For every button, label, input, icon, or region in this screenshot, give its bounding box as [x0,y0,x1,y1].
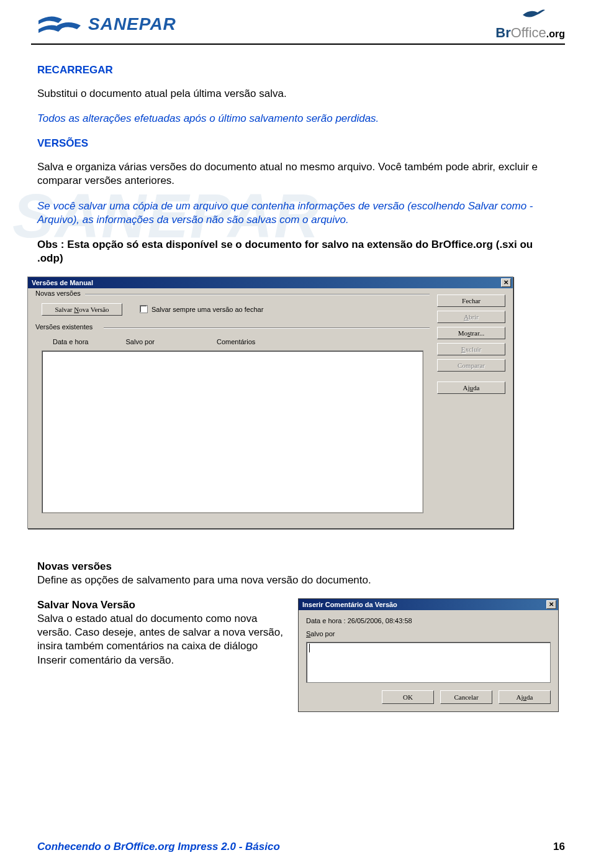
sanepar-text: SANEPAR [88,14,176,34]
dialog-titlebar[interactable]: Inserir Comentário da Versão ✕ [299,599,558,610]
cancel-button[interactable]: Cancelar [440,690,492,704]
checkbox-label: Salvar sempre uma versão ao fechar [151,306,263,313]
dialog-titlebar[interactable]: Versões de Manual ✕ [28,277,513,288]
para-obs: Obs : Esta opção só esta disponível se o… [37,238,559,265]
para-italic: Todos as alterações efetuadas após o últ… [37,112,559,126]
sanepar-mark-icon [37,11,82,38]
para: Salva o estado atual do documento como n… [37,612,283,667]
help-button[interactable]: Ajuda [437,381,505,394]
ok-button[interactable]: OK [382,690,434,704]
page-footer: Conhecendo o BrOffice.org Impress 2.0 - … [37,841,565,853]
versions-dialog: Versões de Manual ✕ Novas versões Salvar… [27,276,513,529]
savedby-label: Salvo por [306,629,551,638]
dialog-title: Inserir Comentário da Versão [302,600,397,609]
bird-icon [495,7,546,25]
close-button[interactable]: Fechar [437,295,505,307]
broffice-logo: BrOffice.org [495,7,565,41]
versions-listbox[interactable] [42,350,423,513]
always-save-checkbox[interactable]: Salvar sempre uma versão ao fechar [140,305,263,313]
checkbox-icon [140,305,148,313]
group-existing-versions: Versões existentes Data e hora Salvo por… [35,328,430,513]
insert-comment-dialog: Inserir Comentário da Versão ✕ Data e ho… [298,598,559,712]
col-date: Data e hora [53,338,88,345]
compare-button: Comparar [437,359,505,372]
dialog-title: Versões de Manual [32,279,93,286]
datetime-label: Data e hora : 26/05/2006, 08:43:58 [306,616,551,625]
para: Substitui o documento atual pela última … [37,87,559,101]
para: Define as opções de salvamento para uma … [37,573,559,587]
heading-novas: Novas versões [37,560,559,573]
para: Salva e organiza várias versões do docum… [37,160,559,188]
save-new-version-button[interactable]: Salvar Nova Versão [42,303,122,316]
show-button[interactable]: Mostrar... [437,327,505,339]
open-button: Abrir [437,311,505,323]
sanepar-logo: SANEPAR [37,11,176,38]
group-label: Novas versões [35,290,83,297]
group-new-versions: Novas versões Salvar Nova Versão Salvar … [35,295,430,323]
page-number: 16 [553,841,565,853]
heading-versoes: VERSÕES [37,137,559,150]
help-button[interactable]: Ajuda [499,690,551,704]
close-icon[interactable]: ✕ [546,600,556,609]
col-savedby: Salvo por [125,338,154,345]
footer-title: Conhecendo o BrOffice.org Impress 2.0 - … [37,841,280,853]
para-italic: Se você salvar uma cópia de um arquivo q… [37,199,559,227]
comment-textarea[interactable] [306,642,551,683]
delete-button: Excluir [437,343,505,355]
group-label: Versões existentes [35,323,95,331]
page-header: SANEPAR BrOffice.org [0,0,596,43]
heading-recarregar: RECARREGAR [37,63,559,77]
col-comments: Comentários [217,338,255,345]
close-icon[interactable]: ✕ [501,278,511,287]
heading-salvar-nova: Salvar Nova Versão [37,598,283,612]
